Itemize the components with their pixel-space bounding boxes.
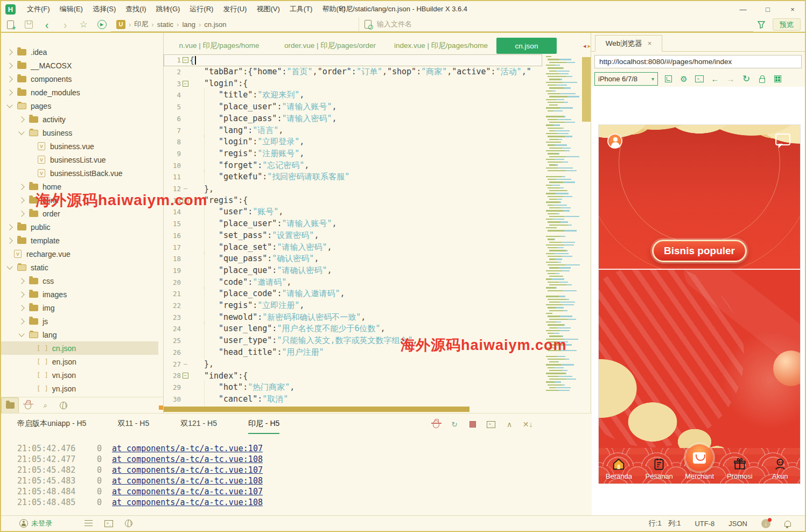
tree-item-MACOSX[interactable]: __MACOSX <box>1 59 158 72</box>
chevron-right-icon[interactable] <box>6 76 12 82</box>
avatar[interactable] <box>607 134 622 149</box>
code-line[interactable]: 7"lang":"语言", <box>164 124 542 136</box>
console-tab[interactable]: 双11 - H5 <box>117 419 149 434</box>
chevron-right-icon[interactable] <box>18 278 24 284</box>
browser-back-button[interactable]: ← <box>710 74 720 83</box>
code-line[interactable]: 24"user_leng":"用户名长度不能少于6位数", <box>164 323 542 335</box>
code-line[interactable]: 29"hot":"热门商家", <box>164 382 542 394</box>
editor-tab[interactable]: order.vue | 印尼/pages/order <box>275 38 386 54</box>
search-tab-icon[interactable]: ⌕ <box>37 397 54 413</box>
browser-qr-button[interactable] <box>772 75 783 82</box>
code-line[interactable]: 1−{ <box>164 54 542 66</box>
code-line[interactable]: 12}, <box>164 183 542 195</box>
tree-item-activity[interactable]: activity <box>1 113 158 126</box>
tree-item-recharge.vue[interactable]: Vrecharge.vue <box>1 247 158 261</box>
code-line[interactable]: 6"place_pass":"请输入密码", <box>164 113 542 125</box>
files-tab-icon[interactable] <box>1 397 19 413</box>
breadcrumb-item[interactable]: static <box>155 20 176 29</box>
log-source-link[interactable]: at components/a-tc/a-tc.vue:108 <box>112 454 263 464</box>
login-status[interactable]: 未登录 <box>31 519 52 528</box>
code-line[interactable]: 17"place_set":"请输入密码", <box>164 241 542 253</box>
breadcrumb-item[interactable]: cn.json <box>202 20 228 29</box>
fold-marker[interactable]: − <box>181 57 190 63</box>
nav-item-promosi[interactable]: Promosi <box>719 448 760 484</box>
code-line[interactable]: 8"login":"立即登录", <box>164 136 542 148</box>
file-search-input[interactable]: 输入文件名 <box>359 17 753 32</box>
clear-button[interactable]: ✕↓ <box>523 420 532 429</box>
network-tab-icon[interactable] <box>54 397 72 413</box>
chevron-right-icon[interactable] <box>18 197 24 203</box>
menu-item[interactable]: 选择(S) <box>88 2 121 16</box>
device-select[interactable]: iPhone 6/7/8 ▾ <box>594 72 658 86</box>
fold-marker[interactable]: − <box>181 373 190 379</box>
nav-item-merchant[interactable]: Merchant <box>679 448 720 484</box>
menu-item[interactable]: 查找(I) <box>121 2 151 16</box>
breadcrumb-item[interactable]: 印尼 <box>132 19 150 29</box>
minimize-button[interactable]: — <box>731 1 755 17</box>
log-source-link[interactable]: at components/a-tc/a-tc.vue:108 <box>112 498 263 507</box>
code-line[interactable]: 20"code":"邀请码", <box>164 276 542 288</box>
chevron-right-icon[interactable] <box>18 318 24 324</box>
code-line[interactable]: 16"set_pass":"设置密码", <box>164 230 542 242</box>
console-tab[interactable]: 印尼 - H5 <box>248 419 279 434</box>
fold-collapse-icon[interactable]: − <box>183 81 188 87</box>
code-line[interactable]: 2"tabBar":{"home":"首页","order":"订单","sho… <box>164 66 542 78</box>
code-line[interactable]: 15"place_user":"请输入账号", <box>164 218 542 230</box>
tree-item-en.json[interactable]: [ ]en.json <box>1 355 158 368</box>
maximize-button[interactable]: □ <box>755 1 780 17</box>
tree-item-business.vue[interactable]: Vbusiness.vue <box>1 139 158 153</box>
browser-settings-button[interactable]: ⚙ <box>678 74 689 84</box>
menu-item[interactable]: 编辑(E) <box>55 2 88 16</box>
browser-tab[interactable]: Web浏览器 × <box>595 35 662 52</box>
network-icon[interactable] <box>125 520 132 527</box>
menu-item[interactable]: 视图(V) <box>251 2 284 16</box>
code-line[interactable]: 27}, <box>164 358 542 370</box>
menu-item[interactable]: 运行(R) <box>185 2 218 16</box>
editor-tab[interactable]: index.vue | 印尼/pages/home <box>386 38 496 54</box>
vertical-scrollbar[interactable] <box>582 57 591 122</box>
splitter-handle[interactable] <box>159 405 163 410</box>
nav-item-akun[interactable]: Akun <box>760 448 800 484</box>
nav-back-button[interactable]: ‹ <box>38 17 56 32</box>
encoding[interactable]: UTF-8 <box>695 520 714 528</box>
code-line[interactable]: 30"cancel":"取消" <box>164 393 542 405</box>
tree-item-business[interactable]: business <box>1 126 158 139</box>
chevron-right-icon[interactable] <box>6 62 12 68</box>
chevron-right-icon[interactable] <box>18 291 24 297</box>
new-file-button[interactable] <box>1 17 19 32</box>
browser-lock-button[interactable] <box>756 75 767 83</box>
code-line[interactable]: 4"title":"欢迎来到", <box>164 89 542 101</box>
menu-item[interactable]: 文件(F) <box>22 2 55 16</box>
stop-button[interactable] <box>468 421 478 428</box>
code-line[interactable]: 14"user":"账号", <box>164 206 542 218</box>
chevron-down-icon[interactable] <box>6 102 12 108</box>
debug-button[interactable] <box>431 421 441 428</box>
chevron-right-icon[interactable] <box>18 116 24 122</box>
horizontal-scrollbar[interactable] <box>164 407 469 412</box>
log-source-link[interactable]: at components/a-tc/a-tc.vue:107 <box>112 444 263 453</box>
nav-item-pesanan[interactable]: Pesanan <box>639 448 679 484</box>
code-line[interactable]: 9"regis":"注册账号", <box>164 148 542 160</box>
chevron-down-icon[interactable] <box>18 129 24 135</box>
code-line[interactable]: 18"que_pass":"确认密码", <box>164 253 542 265</box>
tree-item-cn.json[interactable]: [ ]cn.json <box>1 341 158 355</box>
code-line[interactable]: 28−"index":{ <box>164 370 542 382</box>
browser-forward-button[interactable]: → <box>725 74 736 83</box>
tree-item-css[interactable]: css <box>1 274 158 288</box>
menu-item[interactable]: 跳转(G) <box>151 2 185 16</box>
update-download-icon[interactable]: ↓ <box>761 519 770 528</box>
code-line[interactable]: 13−"regis":{ <box>164 194 542 206</box>
tree-item-public[interactable]: public <box>1 220 158 234</box>
nav-forward-button[interactable]: › <box>56 17 74 32</box>
tree-item-static[interactable]: static <box>1 261 158 274</box>
code-line[interactable]: 22"regis":"立即注册", <box>164 300 542 312</box>
chevron-right-icon[interactable] <box>6 89 12 95</box>
restart-button[interactable]: ↻ <box>450 420 459 429</box>
browser-console-button[interactable]: >_ <box>694 75 705 82</box>
filetype[interactable]: JSON <box>728 520 747 528</box>
code-line[interactable]: 3−"login":{ <box>164 78 542 89</box>
filter-funnel-icon[interactable] <box>758 21 765 29</box>
chevron-right-icon[interactable] <box>18 184 24 190</box>
terminal-icon[interactable]: >_ <box>104 520 113 527</box>
message-bubble-icon[interactable]: ··· <box>775 134 790 145</box>
